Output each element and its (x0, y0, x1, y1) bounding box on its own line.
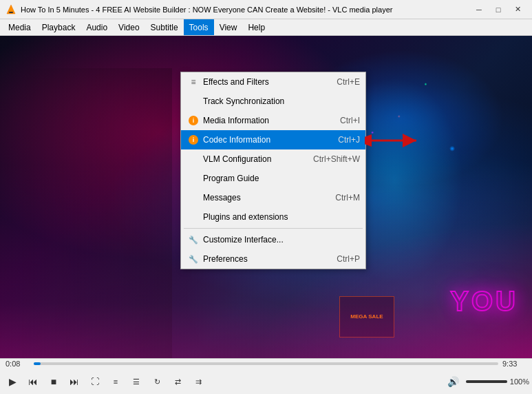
previous-button[interactable]: ⏮ (23, 372, 43, 391)
customize-icon: 🔧 (187, 233, 200, 247)
volume-label: 100% (510, 377, 529, 386)
random-button[interactable]: ⇄ (168, 372, 187, 391)
current-time: 0:08 (6, 360, 30, 368)
vlm-icon-placeholder (187, 152, 200, 166)
menu-item-codec-info[interactable]: i Codec Information Ctrl+J (181, 130, 365, 149)
video-area: YOU MEGA SALE ≡ Effects and Filters Ctrl… (0, 36, 532, 358)
menu-media[interactable]: Media (3, 19, 36, 35)
ground-reflection (0, 303, 532, 358)
neon-box: MEGA SALE (339, 296, 394, 338)
extra-button[interactable]: ⇉ (189, 372, 208, 391)
extended-button[interactable]: ≡ (106, 372, 125, 391)
close-button[interactable]: ✕ (509, 3, 526, 17)
player-controls: 0:08 9:33 ▶ ⏮ ■ ⏭ ⛶ ≡ ☰ ↻ ⇄ ⇉ 🔊 100% (0, 358, 532, 394)
progress-fill (34, 362, 41, 365)
menu-item-media-info[interactable]: i Media Information Ctrl+I (181, 111, 365, 130)
menu-help[interactable]: Help (242, 19, 270, 35)
menu-bar: Media Playback Audio Video Subtitle Tool… (0, 19, 532, 36)
menu-playback[interactable]: Playback (36, 19, 81, 35)
program-guide-icon-placeholder (187, 172, 200, 185)
track-sync-icon-placeholder (187, 94, 200, 108)
menu-item-plugins[interactable]: Plugins and extensions (181, 207, 365, 227)
messages-label: Messages (203, 193, 321, 203)
menu-item-customize[interactable]: 🔧 Customize Interface... (181, 230, 365, 249)
menu-item-vlm-config[interactable]: VLM Configuration Ctrl+Shift+W (181, 149, 365, 169)
codec-info-shortcut: Ctrl+J (338, 135, 360, 145)
vlm-config-label: VLM Configuration (203, 154, 299, 164)
codec-info-icon: i (187, 133, 200, 147)
window-title: How To In 5 Minutes - 4 FREE AI Website … (21, 6, 392, 14)
play-button[interactable]: ▶ (3, 372, 22, 391)
messages-icon-placeholder (187, 191, 200, 205)
track-sync-label: Track Synchronization (203, 96, 346, 106)
menu-item-program-guide[interactable]: Program Guide (181, 169, 365, 188)
mute-button[interactable]: 🔊 (444, 372, 463, 391)
fullscreen-button[interactable]: ⛶ (85, 372, 105, 391)
progress-bar-container: 0:08 9:33 (0, 359, 532, 369)
media-info-shortcut: Ctrl+I (340, 116, 360, 125)
controls-row: ▶ ⏮ ■ ⏭ ⛶ ≡ ☰ ↻ ⇄ ⇉ 🔊 100% (0, 369, 532, 394)
menu-item-messages[interactable]: Messages Ctrl+M (181, 188, 365, 207)
preferences-shortcut: Ctrl+P (337, 254, 360, 264)
progress-track[interactable] (34, 362, 498, 365)
program-guide-label: Program Guide (203, 174, 346, 183)
next-button[interactable]: ⏭ (65, 372, 84, 391)
volume-slider[interactable] (466, 380, 507, 383)
menu-view[interactable]: View (214, 19, 243, 35)
playlist-button[interactable]: ☰ (127, 372, 146, 391)
media-info-label: Media Information (203, 116, 326, 125)
menu-separator (184, 228, 363, 229)
window-controls: ─ □ ✕ (470, 3, 526, 17)
menu-item-preferences[interactable]: 🔧 Preferences Ctrl+P (181, 249, 365, 269)
preferences-label: Preferences (203, 254, 323, 264)
svg-rect-1 (9, 12, 13, 13)
menu-item-effects-filters[interactable]: ≡ Effects and Filters Ctrl+E (181, 72, 365, 92)
total-time: 9:33 (502, 360, 526, 368)
loop-button[interactable]: ↻ (147, 372, 167, 391)
preferences-icon: 🔧 (187, 252, 200, 266)
controls-left: ▶ ⏮ ■ ⏭ ⛶ ≡ ☰ ↻ ⇄ ⇉ (3, 372, 208, 391)
vlm-config-shortcut: Ctrl+Shift+W (313, 154, 360, 164)
title-bar: How To In 5 Minutes - 4 FREE AI Website … (0, 0, 532, 19)
customize-label: Customize Interface... (203, 235, 346, 245)
menu-audio[interactable]: Audio (81, 19, 113, 35)
effects-filters-label: Effects and Filters (203, 77, 323, 87)
menu-video[interactable]: Video (113, 19, 145, 35)
plugins-label: Plugins and extensions (203, 212, 346, 222)
tools-menu-dropdown[interactable]: ≡ Effects and Filters Ctrl+E Track Synch… (180, 72, 366, 269)
app-icon (6, 4, 17, 15)
maximize-button[interactable]: □ (489, 3, 507, 17)
neon-sign-you: YOU (450, 286, 518, 317)
media-info-icon: i (187, 114, 200, 127)
minimize-button[interactable]: ─ (470, 3, 488, 17)
menu-item-track-sync[interactable]: Track Synchronization (181, 92, 365, 111)
codec-info-label: Codec Information (203, 135, 324, 145)
controls-right: 🔊 100% (444, 372, 529, 391)
volume-fill (466, 380, 507, 383)
plugins-icon-placeholder (187, 210, 200, 224)
menu-subtitle[interactable]: Subtitle (145, 19, 184, 35)
messages-shortcut: Ctrl+M (335, 193, 360, 203)
stop-button[interactable]: ■ (44, 372, 63, 391)
menu-tools[interactable]: Tools (184, 19, 214, 35)
eq-icon: ≡ (187, 75, 200, 89)
effects-filters-shortcut: Ctrl+E (337, 77, 360, 87)
figure-shadow (14, 68, 172, 358)
